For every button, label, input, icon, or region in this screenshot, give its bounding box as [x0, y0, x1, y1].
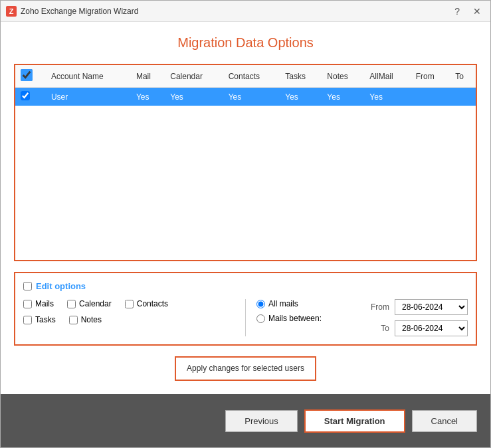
cell-account-name: User — [46, 88, 131, 106]
radio-right-group: All mails Mails between: From — [256, 299, 468, 336]
cancel-button[interactable]: Cancel — [412, 410, 477, 432]
start-migration-button[interactable]: Start Migration — [304, 409, 405, 433]
row-select-checkbox[interactable] — [21, 91, 30, 100]
notes-label: Notes — [81, 315, 102, 324]
all-mails-radio[interactable] — [256, 300, 265, 308]
titlebar: Z Zoho Exchange Migration Wizard ? ✕ — [1, 1, 490, 22]
user-table: Account Name Mail Calendar Contacts Task… — [15, 65, 476, 106]
select-all-checkbox[interactable] — [21, 69, 33, 81]
close-button[interactable]: ✕ — [469, 5, 485, 18]
tasks-checkbox[interactable] — [23, 316, 32, 324]
edit-options-body: Mails Calendar Contacts — [23, 299, 468, 336]
mails-label: Mails — [35, 299, 54, 308]
from-date-select[interactable]: 28-06-2024 — [395, 299, 468, 315]
col-contacts: Contacts — [223, 65, 280, 88]
cell-contacts: Yes — [223, 88, 280, 106]
main-content: Migration Data Options Account Name Mail… — [1, 22, 490, 394]
col-from: From — [411, 65, 450, 88]
edit-options-header: Edit options — [23, 281, 468, 291]
cell-notes: Yes — [322, 88, 364, 106]
to-date-select[interactable]: 28-06-2024 — [395, 320, 468, 336]
notes-checkbox[interactable] — [69, 316, 78, 324]
checkbox-row-2: Tasks Notes — [23, 315, 235, 324]
calendar-label: Calendar — [79, 299, 112, 308]
contacts-checkbox-item: Contacts — [125, 299, 168, 308]
col-notes: Notes — [322, 65, 364, 88]
col-calendar: Calendar — [165, 65, 223, 88]
cell-to — [450, 88, 476, 106]
main-window: Z Zoho Exchange Migration Wizard ? ✕ Mig… — [0, 0, 491, 448]
checkbox-row-1: Mails Calendar Contacts — [23, 299, 235, 308]
cell-from — [411, 88, 450, 106]
all-mails-radio-item: All mails — [256, 299, 369, 308]
to-label: To — [369, 324, 389, 333]
cell-calendar: Yes — [165, 88, 223, 106]
edit-options-checkbox[interactable] — [23, 282, 32, 290]
mails-checkbox[interactable] — [23, 300, 32, 308]
col-account-name: Account Name — [46, 65, 131, 88]
mails-between-label: Mails between: — [268, 314, 322, 323]
table-row: User Yes Yes Yes Yes Yes Yes — [15, 88, 476, 106]
from-date-row: From 28-06-2024 — [369, 299, 468, 315]
user-table-container: Account Name Mail Calendar Contacts Task… — [14, 64, 477, 261]
radios-col: All mails Mails between: — [256, 299, 369, 336]
to-date-row: To 28-06-2024 — [369, 320, 468, 336]
notes-checkbox-item: Notes — [69, 315, 102, 324]
row-checkbox-cell — [15, 88, 46, 106]
edit-options-left: Mails Calendar Contacts — [23, 299, 235, 336]
cell-mail: Yes — [131, 88, 165, 106]
calendar-checkbox-item: Calendar — [67, 299, 112, 308]
apply-changes-button[interactable]: Apply changes for selected users — [175, 356, 316, 381]
col-mail: Mail — [131, 65, 165, 88]
calendar-checkbox[interactable] — [67, 300, 76, 308]
all-mails-label: All mails — [268, 299, 298, 308]
edit-options-label: Edit options — [36, 281, 86, 291]
col-tasks: Tasks — [280, 65, 322, 88]
vertical-divider — [245, 299, 246, 336]
footer: Previous Start Migration Cancel — [1, 394, 490, 447]
dates-col: From 28-06-2024 To 28-06-2024 — [369, 299, 468, 336]
app-icon: Z — [6, 6, 17, 17]
titlebar-controls: ? ✕ — [450, 5, 485, 18]
edit-options-box: Edit options Mails Calendar — [14, 272, 477, 346]
apply-changes-area: Apply changes for selected users — [14, 356, 477, 381]
mails-between-radio[interactable] — [256, 314, 265, 323]
mails-checkbox-item: Mails — [23, 299, 54, 308]
tasks-label: Tasks — [35, 315, 56, 324]
window-title: Zoho Exchange Migration Wizard — [21, 7, 450, 16]
from-label: From — [369, 302, 389, 312]
edit-options-right: All mails Mails between: From — [256, 299, 468, 336]
help-button[interactable]: ? — [450, 5, 464, 18]
cell-allmail: Yes — [364, 88, 410, 106]
header-checkbox-cell — [15, 65, 46, 88]
tasks-checkbox-item: Tasks — [23, 315, 56, 324]
contacts-checkbox[interactable] — [125, 300, 134, 308]
mails-between-radio-item: Mails between: — [256, 314, 369, 323]
page-title: Migration Data Options — [14, 35, 477, 51]
table-header-row: Account Name Mail Calendar Contacts Task… — [15, 65, 476, 88]
col-allmail: AllMail — [364, 65, 410, 88]
previous-button[interactable]: Previous — [225, 410, 298, 432]
contacts-label: Contacts — [137, 299, 168, 308]
col-to: To — [450, 65, 476, 88]
cell-tasks: Yes — [280, 88, 322, 106]
